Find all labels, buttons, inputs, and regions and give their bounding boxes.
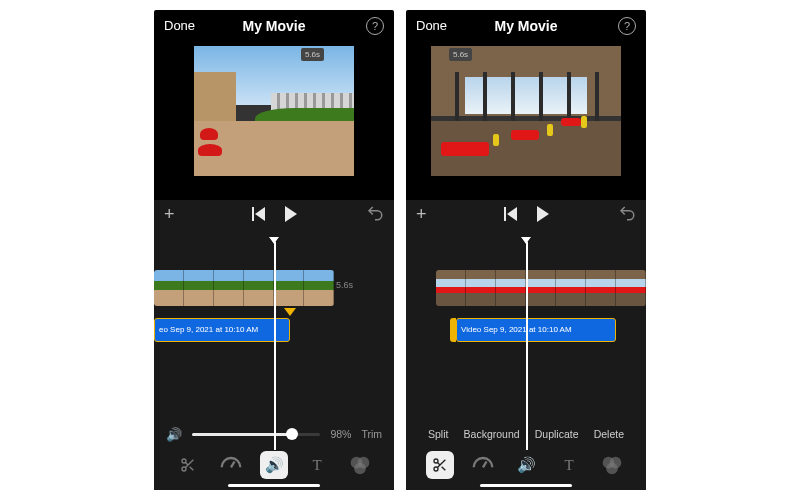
svg-point-9 (434, 459, 438, 463)
video-clip[interactable] (154, 270, 334, 306)
imovie-screen-right: Done My Movie ? 5.6s + (406, 10, 646, 490)
volume-percent: 98% (330, 428, 351, 440)
svg-point-0 (182, 459, 186, 463)
svg-point-10 (434, 467, 438, 471)
edit-area: + Video Sep 9, 2021 at 10:10 AM Split Ba… (406, 200, 646, 490)
filters-tool-icon[interactable] (598, 451, 626, 479)
project-title: My Movie (242, 18, 305, 34)
undo-button[interactable] (366, 204, 384, 222)
tool-row: 🔊 T (406, 448, 646, 482)
help-button[interactable]: ? (618, 17, 636, 35)
done-button[interactable]: Done (164, 18, 195, 33)
home-indicator[interactable] (228, 484, 320, 487)
video-preview[interactable]: 5.6s (431, 46, 621, 176)
text-tool-icon[interactable]: T (303, 451, 331, 479)
svg-line-5 (231, 462, 235, 468)
duplicate-button[interactable]: Duplicate (535, 428, 579, 440)
playback-toolbar: + (154, 200, 394, 228)
clip-duration-label: 5.6s (336, 280, 353, 290)
help-button[interactable]: ? (366, 17, 384, 35)
slider-knob[interactable] (286, 428, 298, 440)
video-clip[interactable] (436, 270, 646, 306)
volume-slider[interactable] (192, 433, 320, 436)
skip-to-start-button[interactable] (252, 207, 265, 221)
scissors-tool-icon[interactable] (426, 451, 454, 479)
preview-area: 5.6s (406, 42, 646, 200)
scissors-tool-icon[interactable] (174, 451, 202, 479)
split-button[interactable]: Split (428, 428, 448, 440)
timeline[interactable]: Video Sep 9, 2021 at 10:10 AM (406, 260, 646, 370)
undo-button[interactable] (618, 204, 636, 222)
volume-icon: 🔊 (166, 427, 182, 442)
playback-toolbar: + (406, 200, 646, 228)
svg-point-17 (606, 463, 618, 475)
add-media-button[interactable]: + (416, 204, 427, 225)
delete-button[interactable]: Delete (594, 428, 624, 440)
play-button[interactable] (285, 206, 297, 222)
home-indicator[interactable] (480, 484, 572, 487)
topbar: Done My Movie ? (154, 10, 394, 42)
svg-line-14 (483, 462, 487, 468)
speed-tool-icon[interactable] (469, 451, 497, 479)
svg-line-12 (442, 467, 446, 471)
audio-clip[interactable]: Video Sep 9, 2021 at 10:10 AM (456, 318, 616, 342)
svg-point-8 (354, 463, 366, 475)
topbar: Done My Movie ? (406, 10, 646, 42)
audio-tool-icon[interactable]: 🔊 (512, 451, 540, 479)
trim-label: Trim (361, 428, 382, 440)
edit-area: + 5.6s eo Sep 9, 2021 at 10:10 AM 🔊 (154, 200, 394, 490)
duration-badge: 5.6s (449, 48, 472, 61)
done-button[interactable]: Done (416, 18, 447, 33)
svg-line-13 (437, 462, 440, 465)
speed-tool-icon[interactable] (217, 451, 245, 479)
preview-area: 5.6s (154, 42, 394, 200)
svg-line-3 (190, 467, 194, 471)
playhead[interactable] (526, 242, 528, 450)
text-tool-icon[interactable]: T (555, 451, 583, 479)
duration-badge: 5.6s (301, 48, 324, 61)
play-button[interactable] (537, 206, 549, 222)
svg-point-1 (182, 467, 186, 471)
tool-row: 🔊 T (154, 448, 394, 482)
background-button[interactable]: Background (464, 428, 520, 440)
project-title: My Movie (494, 18, 557, 34)
playhead[interactable] (274, 242, 276, 450)
video-preview[interactable]: 5.6s (194, 46, 354, 176)
svg-line-4 (185, 462, 188, 465)
audio-clip[interactable]: eo Sep 9, 2021 at 10:10 AM (154, 318, 290, 342)
trim-handle-icon[interactable] (284, 308, 296, 316)
add-media-button[interactable]: + (164, 204, 175, 225)
skip-to-start-button[interactable] (504, 207, 517, 221)
filters-tool-icon[interactable] (346, 451, 374, 479)
timeline[interactable]: 5.6s eo Sep 9, 2021 at 10:10 AM (154, 260, 394, 370)
imovie-screen-left: Done My Movie ? 5.6s + (154, 10, 394, 490)
audio-tool-icon[interactable]: 🔊 (260, 451, 288, 479)
